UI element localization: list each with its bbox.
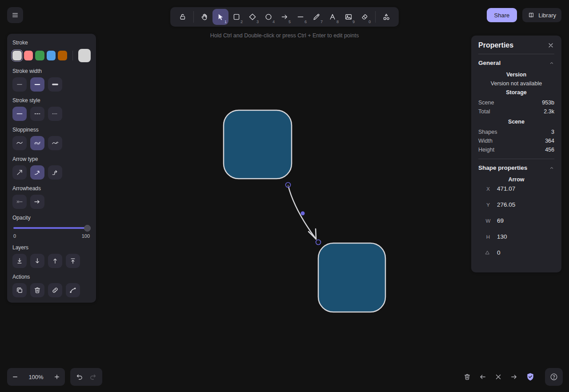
sl-artist-icon xyxy=(33,139,41,147)
at-curved-icon xyxy=(33,168,41,176)
stat-label: W xyxy=(485,218,492,224)
canvas-rectangle[interactable] xyxy=(224,110,292,179)
topright-actions: Share Library xyxy=(487,8,561,22)
previous-button[interactable] xyxy=(479,373,487,381)
stroke-width-label: Stroke width xyxy=(12,68,91,74)
library-button[interactable]: Library xyxy=(522,8,561,22)
stroke-color-swatch[interactable] xyxy=(47,51,56,60)
zoom-in-button[interactable] xyxy=(49,368,65,386)
tool-line[interactable]: 6 xyxy=(293,9,309,25)
stat-value[interactable]: 130 xyxy=(497,233,507,240)
close-properties-button[interactable] xyxy=(547,42,554,49)
stroke-color-swatch[interactable] xyxy=(35,51,44,60)
text-icon xyxy=(329,13,337,21)
tool-eraser[interactable]: 0 xyxy=(357,9,373,25)
redo-button[interactable] xyxy=(89,373,97,381)
stroke-style-options xyxy=(12,107,91,121)
zoom-out-button[interactable] xyxy=(7,368,23,386)
sloppiness-label: Sloppiness xyxy=(12,127,91,133)
layers-options xyxy=(12,254,91,268)
stat-w[interactable]: W69 xyxy=(485,217,554,224)
minus-icon xyxy=(12,373,19,380)
library-label: Library xyxy=(538,12,556,19)
tool-ellipse[interactable]: 4 xyxy=(260,9,276,25)
opacity-slider-thumb[interactable] xyxy=(84,225,91,232)
help-button[interactable] xyxy=(545,368,563,386)
stat-value[interactable]: 471.07 xyxy=(497,185,515,192)
next-button[interactable] xyxy=(510,373,518,381)
layers-send-backward[interactable] xyxy=(30,254,44,268)
undo-button[interactable] xyxy=(76,373,84,381)
stat-angle[interactable]: 0 xyxy=(485,249,554,256)
arrow-type-elbow[interactable] xyxy=(48,165,62,180)
current-stroke-color[interactable] xyxy=(78,49,91,62)
tool-diamond[interactable]: 3 xyxy=(244,9,260,25)
layers-bring-to-front[interactable] xyxy=(66,254,80,268)
stat-x[interactable]: X471.07 xyxy=(485,185,554,192)
layers-bring-forward[interactable] xyxy=(48,254,62,268)
zoom-level[interactable]: 100% xyxy=(23,374,49,380)
stroke-width-extra-bold[interactable] xyxy=(48,77,62,92)
stat-value[interactable]: 69 xyxy=(497,217,504,224)
opacity-slider[interactable] xyxy=(13,225,90,231)
stroke-style-solid[interactable] xyxy=(12,107,27,121)
subsection-title-storage: Storage xyxy=(478,89,554,96)
share-button[interactable]: Share xyxy=(487,8,517,22)
layers-send-to-back[interactable] xyxy=(12,254,27,268)
arrowheads-end-arrow[interactable] xyxy=(30,195,44,209)
prop-label: Total xyxy=(478,107,490,116)
tool-selection[interactable]: 1 xyxy=(212,9,228,25)
opacity-scale: 0 100 xyxy=(12,233,91,239)
s-dotted-icon xyxy=(51,110,59,118)
canvas-rectangle[interactable] xyxy=(318,243,385,312)
sl-cartoonist-icon xyxy=(51,139,59,147)
sl-architect-icon xyxy=(16,139,24,147)
sloppiness-artist[interactable] xyxy=(30,136,44,150)
cancel-button[interactable] xyxy=(494,373,502,381)
close-icon xyxy=(494,373,502,381)
arrow-midpoint-handle[interactable] xyxy=(301,212,305,216)
tool-hand[interactable] xyxy=(196,9,212,25)
prop-row-height: Height456 xyxy=(478,145,554,154)
stroke-color-swatch[interactable] xyxy=(24,51,33,60)
hamburger-icon xyxy=(11,11,19,19)
stroke-width-bold[interactable] xyxy=(30,77,44,92)
tool-more-shapes[interactable] xyxy=(378,9,394,25)
actions-delete[interactable] xyxy=(30,283,44,297)
stroke-color-swatch[interactable] xyxy=(12,51,22,60)
delete-button[interactable] xyxy=(463,373,471,381)
section-heading-general[interactable]: General xyxy=(478,57,554,69)
stat-value[interactable]: 0 xyxy=(497,249,501,256)
sloppiness-cartoonist[interactable] xyxy=(48,136,62,150)
tool-arrow[interactable]: 5 xyxy=(276,9,293,25)
stroke-style-dashed[interactable] xyxy=(30,107,44,121)
eraser-icon xyxy=(361,13,369,21)
stat-y[interactable]: Y276.05 xyxy=(485,201,554,208)
stat-value[interactable]: 276.05 xyxy=(497,201,515,208)
section-heading-shape-properties[interactable]: Shape properties xyxy=(478,162,554,174)
prop-row-shapes: Shapes3 xyxy=(478,128,554,136)
arrow-type-curved[interactable] xyxy=(30,165,44,180)
stroke-width-thin[interactable] xyxy=(12,77,27,92)
tool-text[interactable]: 8 xyxy=(325,9,341,25)
sloppiness-architect[interactable] xyxy=(12,136,27,150)
actions-create-link[interactable] xyxy=(48,283,62,297)
tool-rectangle[interactable]: 2 xyxy=(228,9,244,25)
arrowheads-start-none[interactable] xyxy=(12,195,27,209)
actions-edit-line[interactable] xyxy=(66,283,80,297)
w-xbold-icon xyxy=(51,80,59,88)
l-forward-icon xyxy=(51,257,59,265)
stroke-style-dotted[interactable] xyxy=(48,107,62,121)
main-menu-button[interactable] xyxy=(7,7,23,23)
arrow-endpoint-handle[interactable] xyxy=(316,240,321,245)
swatch-divider xyxy=(72,51,73,60)
trash-icon xyxy=(463,373,471,381)
stroke-color-swatch[interactable] xyxy=(58,51,67,60)
tool-draw[interactable]: 7 xyxy=(309,9,325,25)
tool-lock[interactable] xyxy=(175,9,191,25)
tool-image[interactable]: 9 xyxy=(341,9,357,25)
stat-h[interactable]: H130 xyxy=(485,233,554,240)
arrow-endpoint-handle[interactable] xyxy=(286,183,291,188)
actions-duplicate[interactable] xyxy=(12,283,27,297)
arrow-type-straight[interactable] xyxy=(12,165,27,180)
